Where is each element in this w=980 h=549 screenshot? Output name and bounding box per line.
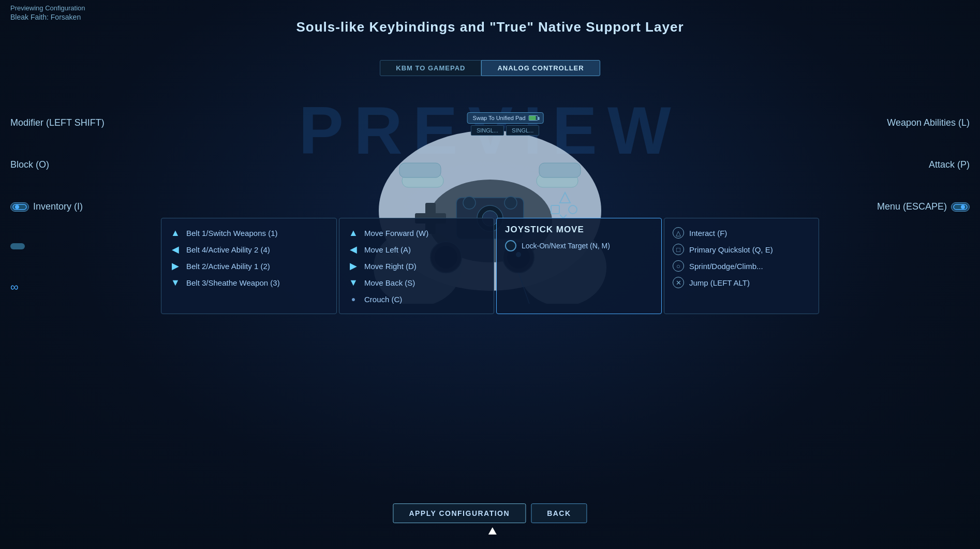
panel-joystick: JOYSTICK MOVE Lock-On/Next Target (N, M) — [496, 218, 662, 314]
svg-point-1 — [15, 205, 19, 209]
arrow-up-icon-1: ▲ — [170, 227, 181, 239]
label-attack: Attack (P) — [929, 159, 970, 170]
apply-config-button[interactable]: APPLY CONFIGURATION — [393, 503, 526, 523]
swap-option-2[interactable]: SINGL... — [506, 125, 539, 136]
label-inventory: Inventory (I) — [10, 201, 105, 212]
panel-move: ▲ Move Forward (W) ◀ Move Left (A) ▶ Mov… — [339, 218, 494, 314]
config-label: Previewing Configuration — [10, 4, 970, 12]
label-modifier: Modifier (LEFT SHIFT) — [10, 117, 105, 128]
label-menu: Menu (ESCAPE) — [877, 201, 970, 212]
right-labels: Weapon Abilities (L) Attack (P) Menu (ES… — [877, 117, 970, 212]
main-title: Souls-like Keybindings and "True" Native… — [0, 19, 980, 35]
svg-rect-26 — [539, 163, 581, 177]
jump-item: ✕ Jump (LEFT ALT) — [673, 274, 810, 291]
crouch: ● Crouch (C) — [348, 291, 485, 307]
arrow-down-icon-2: ▼ — [348, 277, 359, 288]
svg-point-3 — [961, 205, 965, 209]
swap-option-1[interactable]: SINGL... — [471, 125, 504, 136]
belt-item-4: ▼ Belt 3/Sheathe Weapon (3) — [170, 274, 328, 291]
svg-point-27 — [463, 197, 476, 209]
arrow-right-icon-2: ▶ — [348, 260, 359, 272]
triangle-icon: △ — [673, 227, 684, 239]
inventory-toggle-icon — [10, 202, 29, 212]
battery-icon — [529, 115, 538, 121]
panel-belt: ▲ Belt 1/Switch Weapons (1) ◀ Belt 4/Act… — [161, 218, 337, 314]
menu-text: Menu (ESCAPE) — [877, 201, 947, 212]
circle-icon-1: ● — [348, 293, 359, 305]
svg-rect-25 — [399, 163, 441, 177]
menu-toggle-icon — [951, 202, 970, 212]
bottom-panels: ▲ Belt 1/Switch Weapons (1) ◀ Belt 4/Act… — [0, 218, 980, 314]
preview-area: PREVIEW Swap To Unified Pad SINGL... SIN… — [0, 76, 980, 387]
quickslot-item: □ Primary Quickslot (Q, E) — [673, 241, 810, 258]
inventory-text: Inventory (I) — [33, 201, 83, 212]
cross-icon: ✕ — [673, 277, 684, 288]
svg-point-28 — [504, 197, 517, 209]
interact-item: △ Interact (F) — [673, 225, 810, 241]
circle-btn-icon: ○ — [673, 260, 684, 272]
belt-item-3: ▶ Belt 2/Active Ability 1 (2) — [170, 258, 328, 274]
tab-row: KBM TO GAMEPAD ANALOG CONTROLLER — [0, 60, 980, 76]
back-button[interactable]: BACK — [531, 503, 587, 523]
belt-item-2: ◀ Belt 4/Active Ability 2 (4) — [170, 241, 328, 258]
modifier-text: Modifier (LEFT SHIFT) — [10, 117, 105, 128]
swap-tooltip[interactable]: Swap To Unified Pad — [467, 112, 544, 124]
arrow-left-icon-2: ◀ — [348, 244, 359, 255]
attack-text: Attack (P) — [929, 159, 970, 170]
svg-rect-2 — [954, 204, 967, 210]
move-left: ◀ Move Left (A) — [348, 241, 485, 258]
move-back: ▼ Move Back (S) — [348, 274, 485, 291]
bottom-actions: APPLY CONFIGURATION BACK — [393, 503, 587, 523]
joystick-title: JOYSTICK MOVE — [505, 225, 653, 235]
arrow-down-icon-1: ▼ — [170, 277, 181, 288]
arrow-left-icon-1: ◀ — [170, 244, 181, 255]
svg-rect-0 — [13, 204, 26, 210]
move-right: ▶ Move Right (D) — [348, 258, 485, 274]
square-icon: □ — [673, 244, 684, 255]
joystick-circle-icon — [505, 240, 516, 251]
lock-on-item: Lock-On/Next Target (N, M) — [505, 240, 653, 251]
tab-analog[interactable]: ANALOG CONTROLLER — [481, 60, 600, 76]
move-forward: ▲ Move Forward (W) — [348, 225, 485, 241]
label-weapon-abilities: Weapon Abilities (L) — [887, 117, 970, 128]
arrow-up-icon-2: ▲ — [348, 227, 359, 239]
tab-kbm[interactable]: KBM TO GAMEPAD — [380, 60, 481, 76]
label-block: Block (O) — [10, 159, 105, 170]
swap-tooltip-label: Swap To Unified Pad — [473, 115, 526, 121]
swap-dropdown: SINGL... SINGL... — [471, 125, 539, 136]
arrow-right-icon-1: ▶ — [170, 260, 181, 272]
sprint-item: ○ Sprint/Dodge/Climb... — [673, 258, 810, 274]
belt-item-1: ▲ Belt 1/Switch Weapons (1) — [170, 225, 328, 241]
weapon-abilities-text: Weapon Abilities (L) — [887, 117, 970, 128]
cursor — [488, 527, 497, 535]
panel-face-buttons: △ Interact (F) □ Primary Quickslot (Q, E… — [664, 218, 819, 314]
block-text: Block (O) — [10, 159, 49, 170]
